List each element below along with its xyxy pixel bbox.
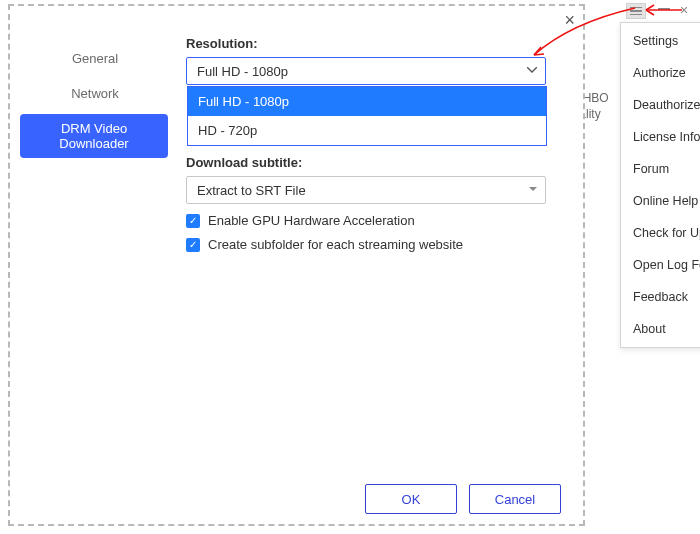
resolution-value: Full HD - 1080p: [197, 64, 288, 79]
menu-item-license-info[interactable]: License Info: [621, 121, 700, 153]
annotation-arrow: [642, 3, 682, 21]
menu-item-check-updates[interactable]: Check for Updates: [621, 217, 700, 249]
window-close-icon[interactable]: ×: [680, 2, 688, 18]
subtitle-select[interactable]: Extract to SRT File: [186, 176, 546, 204]
sidebar-item-general[interactable]: General: [22, 44, 168, 73]
close-icon[interactable]: ×: [564, 10, 575, 31]
resolution-option[interactable]: HD - 720p: [188, 116, 546, 145]
sidebar-item-network[interactable]: Network: [22, 79, 168, 108]
menu-item-forum[interactable]: Forum: [621, 153, 700, 185]
subfolder-checkbox-label: Create subfolder for each streaming webs…: [208, 237, 463, 252]
dialog-footer: OK Cancel: [365, 484, 561, 514]
sidebar: General Network DRM Video Downloader: [10, 44, 180, 164]
app-menu: Settings Authorize Deauthorize License I…: [620, 22, 700, 348]
chevron-down-icon: [527, 67, 537, 73]
menu-item-feedback[interactable]: Feedback: [621, 281, 700, 313]
settings-panel: Resolution: Full HD - 1080p Full HD - 10…: [186, 36, 561, 252]
resolution-select[interactable]: Full HD - 1080p Full HD - 1080p HD - 720…: [186, 57, 546, 85]
gpu-checkbox[interactable]: ✓: [186, 214, 200, 228]
subtitle-label: Download subtitle:: [186, 155, 561, 170]
minimize-icon[interactable]: [658, 8, 670, 10]
chevron-down-icon: [529, 187, 537, 192]
menu-item-open-log[interactable]: Open Log Folder: [621, 249, 700, 281]
resolution-dropdown: Full HD - 1080p HD - 720p: [187, 86, 547, 146]
settings-dialog: × General Network DRM Video Downloader R…: [8, 4, 585, 526]
resolution-option[interactable]: Full HD - 1080p: [188, 87, 546, 116]
menu-item-settings[interactable]: Settings: [621, 25, 700, 57]
hamburger-icon[interactable]: [626, 3, 646, 19]
menu-item-online-help[interactable]: Online Help: [621, 185, 700, 217]
subtitle-value: Extract to SRT File: [197, 183, 306, 198]
menu-item-about[interactable]: About: [621, 313, 700, 345]
sidebar-item-drm-downloader[interactable]: DRM Video Downloader: [20, 114, 168, 158]
cancel-button[interactable]: Cancel: [469, 484, 561, 514]
ok-button[interactable]: OK: [365, 484, 457, 514]
resolution-label: Resolution:: [186, 36, 561, 51]
subfolder-checkbox[interactable]: ✓: [186, 238, 200, 252]
menu-item-deauthorize[interactable]: Deauthorize: [621, 89, 700, 121]
menu-item-authorize[interactable]: Authorize: [621, 57, 700, 89]
gpu-checkbox-label: Enable GPU Hardware Acceleration: [208, 213, 415, 228]
